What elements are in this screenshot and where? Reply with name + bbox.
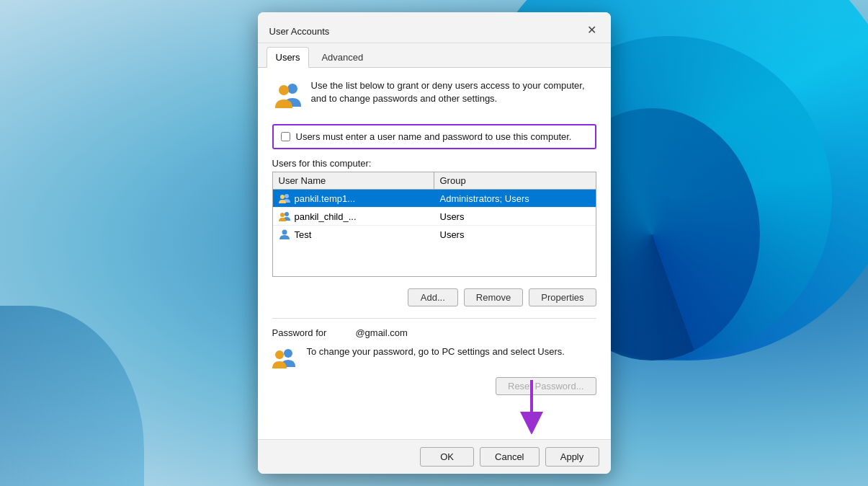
table-row[interactable]: pankil.temp1... Administrators; Users: [273, 190, 596, 208]
user-avatar-icon-3: [279, 229, 290, 240]
info-section: Use the list below to grant or deny user…: [272, 79, 596, 115]
dialog-title: User Accounts: [269, 26, 330, 37]
password-info-text: To change your password, go to PC settin…: [307, 345, 565, 358]
cell-group-3: Users: [434, 226, 596, 243]
col-username: User Name: [273, 172, 434, 189]
svg-point-7: [284, 349, 292, 358]
svg-point-8: [275, 350, 284, 359]
info-text: Use the list below to grant or deny user…: [311, 79, 596, 105]
title-bar: User Accounts ✕: [258, 12, 611, 43]
dialog-footer: OK Cancel Apply: [258, 439, 611, 474]
user-accounts-dialog: User Accounts ✕ Users Advanced: [258, 12, 611, 474]
user-avatar-icon: [279, 193, 290, 204]
svg-point-3: [280, 195, 285, 199]
cell-group-2: Users: [434, 208, 596, 225]
svg-point-6: [282, 230, 287, 235]
users-icon: [272, 79, 303, 110]
password-section: Password for @gmail.com To change your p…: [272, 318, 596, 395]
svg-point-5: [280, 213, 285, 217]
password-value: @gmail.com: [355, 327, 407, 338]
ok-button[interactable]: OK: [420, 447, 474, 467]
users-section-label: Users for this computer:: [272, 158, 596, 169]
apply-button[interactable]: Apply: [545, 447, 599, 467]
cell-username-1: pankil.temp1...: [273, 190, 434, 207]
col-group: Group: [434, 172, 596, 189]
table-body: pankil.temp1... Administrators; Users: [273, 190, 596, 276]
users-table: User Name Group: [272, 172, 596, 277]
table-row[interactable]: pankil_child_... Users: [273, 208, 596, 226]
password-header: Password for @gmail.com: [272, 327, 596, 338]
svg-point-4: [285, 212, 289, 216]
remove-button[interactable]: Remove: [464, 288, 523, 306]
tab-bar: Users Advanced: [258, 46, 611, 68]
dialog-overlay: User Accounts ✕ Users Advanced: [0, 0, 868, 486]
user-avatar-icon-2: [279, 211, 290, 222]
tab-users[interactable]: Users: [267, 47, 310, 68]
password-icon: [272, 345, 298, 371]
reset-btn-row: Reset Password...: [272, 377, 596, 395]
password-info: To change your password, go to PC settin…: [272, 345, 596, 371]
cancel-button[interactable]: Cancel: [480, 447, 539, 467]
checkbox-label[interactable]: Users must enter a user name and passwor…: [296, 131, 572, 142]
cell-username-2: pankil_child_...: [273, 208, 434, 225]
svg-point-1: [279, 85, 289, 95]
add-button[interactable]: Add...: [408, 288, 458, 306]
svg-point-2: [285, 194, 289, 198]
action-buttons: Add... Remove Properties: [272, 286, 596, 309]
cell-group-1: Administrators; Users: [434, 190, 596, 207]
table-row[interactable]: Test Users: [273, 226, 596, 243]
require-password-checkbox[interactable]: [281, 132, 290, 141]
dialog-content: Use the list below to grant or deny user…: [258, 68, 611, 439]
table-header: User Name Group: [273, 172, 596, 190]
users-section: Users for this computer: User Name Group: [272, 158, 596, 277]
svg-point-0: [287, 84, 297, 94]
tab-advanced[interactable]: Advanced: [312, 47, 372, 68]
password-label: Password for: [272, 327, 327, 338]
close-button[interactable]: ✕: [582, 19, 602, 40]
cell-username-3: Test: [273, 226, 434, 243]
checkbox-section: Users must enter a user name and passwor…: [272, 124, 596, 149]
reset-password-button[interactable]: Reset Password...: [496, 377, 596, 395]
properties-button[interactable]: Properties: [529, 288, 596, 306]
